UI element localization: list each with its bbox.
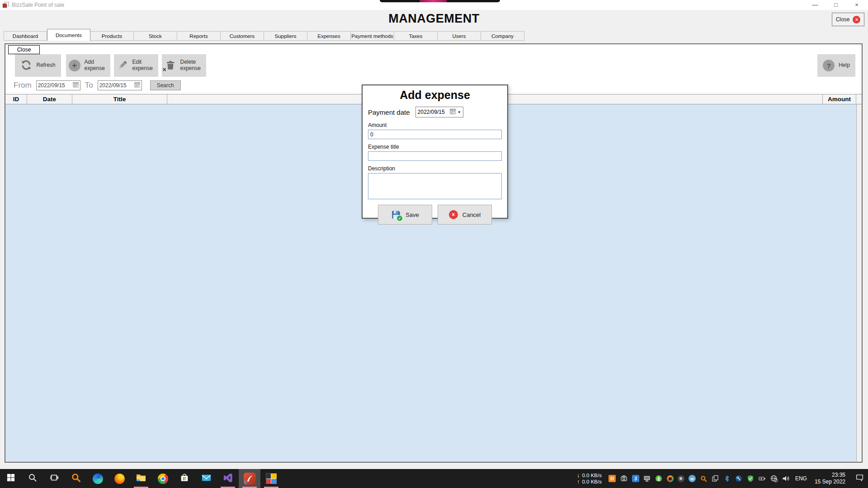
tab-products[interactable]: Products bbox=[90, 31, 134, 41]
tab-taxes[interactable]: Taxes bbox=[394, 31, 438, 41]
column-id[interactable]: ID bbox=[5, 94, 27, 104]
column-date[interactable]: Date bbox=[27, 94, 72, 104]
help-button[interactable]: ? Help bbox=[817, 54, 855, 77]
payment-date-picker[interactable]: 2022/09/15 ▼ bbox=[415, 107, 463, 117]
tray-pause-icon[interactable] bbox=[609, 475, 616, 483]
to-date-input[interactable] bbox=[99, 82, 133, 89]
from-date-picker[interactable] bbox=[36, 80, 80, 90]
taskbar-app-firefox[interactable] bbox=[108, 469, 130, 488]
taskbar-spacer bbox=[282, 469, 577, 488]
tab-customers[interactable]: Customers bbox=[221, 31, 264, 41]
microsoft-store-icon bbox=[179, 473, 189, 484]
tray-display-icon[interactable] bbox=[643, 475, 651, 483]
start-button[interactable] bbox=[0, 469, 22, 488]
column-amount[interactable]: Amount bbox=[823, 94, 856, 104]
column-title[interactable]: Title bbox=[72, 94, 167, 104]
refresh-label: Refresh bbox=[36, 62, 55, 69]
tray-clipboard-icon[interactable] bbox=[712, 475, 719, 483]
taskbar-clock[interactable]: 23:35 15 Sep 2022 bbox=[812, 472, 848, 485]
description-label: Description bbox=[368, 165, 507, 172]
expense-title-label: Expense title bbox=[368, 144, 507, 150]
expense-title-input[interactable] bbox=[368, 151, 502, 161]
save-button[interactable]: ✓ Save bbox=[378, 205, 432, 225]
taskbar-app-store[interactable] bbox=[174, 469, 195, 488]
search-button[interactable]: Search bbox=[150, 80, 181, 90]
tray-key-icon[interactable] bbox=[735, 475, 743, 483]
action-center-button[interactable] bbox=[852, 474, 867, 483]
cancel-button[interactable]: × Cancel bbox=[438, 205, 492, 225]
tray-idm-icon[interactable] bbox=[655, 475, 663, 483]
taskbar-app-chrome[interactable] bbox=[152, 469, 174, 488]
tray-volume-icon[interactable] bbox=[782, 475, 790, 483]
tab-documents[interactable]: Documents bbox=[47, 29, 90, 41]
maximize-icon[interactable]: □ bbox=[826, 0, 846, 10]
taskbar: b ↓ ↑ 0.0 KB/s 0.0 KB/s bbox=[0, 469, 868, 488]
to-label: To bbox=[85, 81, 93, 90]
calendar-icon bbox=[73, 81, 79, 89]
panel-close-button[interactable]: Close bbox=[8, 45, 40, 54]
question-icon: ? bbox=[823, 60, 835, 71]
tab-payment-methods[interactable]: Payment methods bbox=[351, 31, 394, 41]
cancel-x-icon: × bbox=[449, 210, 458, 219]
app-close-button[interactable]: Close × bbox=[832, 13, 864, 26]
description-input[interactable] bbox=[368, 173, 502, 199]
window-title: BizzSale Point of sale bbox=[12, 2, 64, 8]
taskbar-app-visual-studio[interactable] bbox=[217, 469, 239, 488]
taskbar-app-bizzsale[interactable]: b bbox=[239, 469, 260, 488]
table-scrollbar[interactable] bbox=[856, 104, 862, 462]
refresh-button[interactable]: Refresh bbox=[15, 54, 61, 77]
to-date-picker[interactable] bbox=[98, 80, 142, 90]
tray-dot-icon[interactable] bbox=[678, 475, 684, 482]
close-window-icon[interactable]: × bbox=[846, 0, 867, 10]
trash-icon: × bbox=[165, 60, 176, 71]
payment-date-value: 2022/09/15 bbox=[418, 109, 448, 115]
taskbar-app-edge[interactable] bbox=[87, 469, 108, 488]
app-window-icon bbox=[3, 2, 9, 8]
tray-security-shield-icon[interactable] bbox=[747, 475, 755, 483]
tray-camera-icon[interactable] bbox=[620, 475, 628, 483]
help-label: Help bbox=[839, 62, 850, 69]
taskbar-app-mail[interactable] bbox=[195, 469, 217, 488]
delete-expense-button[interactable]: × Delete expense bbox=[162, 54, 206, 77]
page-title: MANAGEMENT bbox=[0, 12, 868, 26]
payment-date-row: Payment date 2022/09/15 ▼ bbox=[368, 107, 507, 117]
edge-icon bbox=[93, 474, 103, 484]
edit-expense-button[interactable]: Edit expense bbox=[114, 54, 158, 77]
bizzsale-app-icon: b bbox=[244, 473, 256, 485]
mail-icon bbox=[201, 473, 212, 485]
language-indicator[interactable]: ENG bbox=[794, 475, 808, 482]
tab-dashboard[interactable]: Dashboard bbox=[4, 31, 47, 41]
chevron-down-icon[interactable]: ▼ bbox=[458, 110, 461, 114]
tray-bluetooth-icon[interactable] bbox=[723, 475, 731, 483]
firefox-icon bbox=[114, 474, 125, 484]
dialog-title: Add expense bbox=[363, 89, 507, 102]
tab-users[interactable]: Users bbox=[438, 31, 481, 41]
taskbar-app-everything[interactable] bbox=[65, 469, 87, 488]
tab-company[interactable]: Company bbox=[481, 31, 524, 41]
tray-orange-search-icon[interactable] bbox=[700, 475, 708, 483]
add-expense-button[interactable]: + Add expense bbox=[66, 54, 110, 77]
minimize-icon[interactable]: — bbox=[805, 0, 826, 10]
file-explorer-icon bbox=[136, 472, 146, 485]
tab-reports[interactable]: Reports bbox=[177, 31, 221, 41]
tab-expenses[interactable]: Expenses bbox=[307, 31, 351, 41]
from-date-input[interactable] bbox=[38, 82, 72, 89]
pencil-icon bbox=[117, 59, 128, 72]
add-expense-label: Add expense bbox=[85, 59, 108, 72]
tray-power-icon[interactable] bbox=[759, 475, 766, 483]
tray-shield3-icon[interactable]: 3 bbox=[632, 475, 639, 482]
network-speed-widget[interactable]: ↓ ↑ 0.0 KB/s 0.0 KB/s bbox=[577, 472, 602, 485]
tab-suppliers[interactable]: Suppliers bbox=[264, 31, 307, 41]
payment-date-label: Payment date bbox=[368, 108, 410, 116]
amount-input[interactable] bbox=[368, 130, 502, 139]
tray-qbittorrent-icon[interactable]: qb bbox=[689, 475, 696, 482]
taskbar-app-file-explorer[interactable] bbox=[130, 469, 152, 488]
tab-stock[interactable]: Stock bbox=[134, 31, 177, 41]
taskbar-app-pos-manager[interactable] bbox=[260, 469, 282, 488]
tray-network-globe-icon[interactable] bbox=[770, 475, 778, 483]
clock-time: 23:35 bbox=[832, 472, 845, 478]
taskbar-search-button[interactable] bbox=[22, 469, 43, 488]
save-label: Save bbox=[406, 211, 419, 218]
task-view-button[interactable] bbox=[43, 469, 65, 488]
tray-media-icon[interactable] bbox=[667, 475, 674, 482]
